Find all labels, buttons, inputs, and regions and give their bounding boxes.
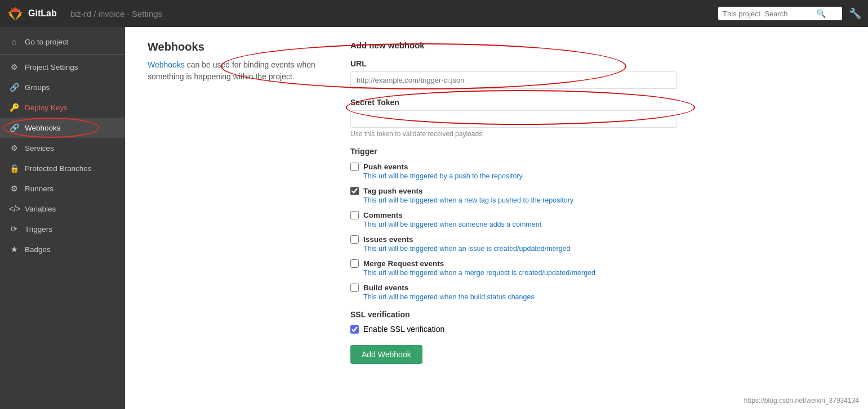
badges-icon: ★ xyxy=(9,245,19,254)
ssl-checkbox[interactable] xyxy=(350,325,359,334)
key-icon: 🔑 xyxy=(9,103,19,112)
variables-icon: </> xyxy=(9,204,19,213)
sidebar-item-badges[interactable]: ★ Badges xyxy=(0,239,125,259)
triggers-icon: ⟳ xyxy=(9,224,19,233)
main-content: Webhooks Webhooks can be used for bindin… xyxy=(125,27,868,409)
sidebar: ⌂ Go to project ⚙ Project Settings 🔗 Gro… xyxy=(0,27,125,409)
search-input[interactable] xyxy=(723,10,813,18)
push-events-desc: This url will be triggered by a push to … xyxy=(363,172,845,180)
trigger-build-events: Build events This url will be triggered … xyxy=(350,284,845,301)
lock-icon: 🔒 xyxy=(9,164,19,173)
add-webhook-title: Add new webhook xyxy=(350,41,845,50)
tag-push-events-checkbox[interactable] xyxy=(350,187,359,195)
sidebar-item-runners[interactable]: ⚙ Runners xyxy=(0,178,125,199)
sidebar-item-project-settings[interactable]: ⚙ Project Settings xyxy=(0,57,125,77)
runner-icon: ⚙ xyxy=(9,184,19,193)
page-title: Webhooks xyxy=(148,41,317,53)
comments-label[interactable]: Comments xyxy=(350,211,845,219)
brand-logo[interactable]: GitLab xyxy=(7,5,57,22)
ssl-checkbox-label: Enable SSL verification xyxy=(363,325,444,334)
sidebar-item-services[interactable]: ⚙ Services xyxy=(0,138,125,158)
description-section: Webhooks Webhooks can be used for bindin… xyxy=(148,41,317,364)
footer-watermark: https://blog.csdn.net/weixin_37934134 xyxy=(744,397,859,404)
trigger-section: Trigger Push events This url will be tri… xyxy=(350,147,845,301)
settings-icon: ⚙ xyxy=(9,62,19,71)
token-help-text: Use this token to validate received payl… xyxy=(350,130,845,138)
sidebar-divider xyxy=(0,54,125,55)
issues-events-label[interactable]: Issues events xyxy=(350,235,845,244)
add-webhook-button[interactable]: Add Webhook xyxy=(350,345,422,364)
search-box[interactable]: 🔍 xyxy=(718,7,842,20)
push-events-label[interactable]: Push events xyxy=(350,163,845,171)
tag-push-events-desc: This url will be triggered when a new ta… xyxy=(363,196,845,204)
issues-events-desc: This url will be triggered when an issue… xyxy=(363,245,845,253)
sidebar-item-webhooks[interactable]: 🔗 Webhooks xyxy=(0,118,125,138)
merge-request-events-desc: This url will be triggered when a merge … xyxy=(363,269,845,277)
search-icon: 🔍 xyxy=(816,9,826,18)
top-nav: GitLab biz-rd / invoice · Settings 🔍 🔧 xyxy=(0,0,868,27)
issues-events-checkbox[interactable] xyxy=(350,235,359,244)
sidebar-item-protected-branches[interactable]: 🔒 Protected Branches xyxy=(0,158,125,178)
tag-push-events-label[interactable]: Tag push events xyxy=(350,187,845,195)
description-text: Webhooks can be used for binding events … xyxy=(148,59,317,83)
sidebar-item-groups[interactable]: 🔗 Groups xyxy=(0,77,125,97)
wrench-icon[interactable]: 🔧 xyxy=(849,7,861,20)
comments-desc: This url will be triggered when someone … xyxy=(363,221,845,228)
trigger-tag-push-events: Tag push events This url will be trigger… xyxy=(350,187,845,204)
webhook-icon: 🔗 xyxy=(9,123,19,132)
build-events-checkbox[interactable] xyxy=(350,284,359,292)
home-icon: ⌂ xyxy=(9,37,19,46)
services-icon: ⚙ xyxy=(9,143,19,152)
url-label: URL xyxy=(350,59,845,68)
webhooks-link[interactable]: Webhooks xyxy=(148,60,185,69)
trigger-comments: Comments This url will be triggered when… xyxy=(350,211,845,228)
url-input[interactable] xyxy=(350,71,677,89)
groups-icon: 🔗 xyxy=(9,83,19,92)
token-form-group: Secret Token Use this token to validate … xyxy=(350,98,845,138)
trigger-title: Trigger xyxy=(350,147,845,156)
build-events-label[interactable]: Build events xyxy=(350,284,845,292)
sidebar-item-deploy-keys[interactable]: 🔑 Deploy Keys xyxy=(0,97,125,118)
trigger-issues-events: Issues events This url will be triggered… xyxy=(350,235,845,253)
url-form-group: URL xyxy=(350,59,845,89)
ssl-title: SSL verification xyxy=(350,310,845,319)
merge-request-events-label[interactable]: Merge Request events xyxy=(350,259,845,268)
trigger-merge-request-events: Merge Request events This url will be tr… xyxy=(350,259,845,277)
token-input[interactable] xyxy=(350,110,677,128)
sidebar-item-triggers[interactable]: ⟳ Triggers xyxy=(0,219,125,239)
sidebar-item-variables[interactable]: </> Variables xyxy=(0,199,125,219)
push-events-checkbox[interactable] xyxy=(350,163,359,171)
ssl-section: SSL verification Enable SSL verification xyxy=(350,310,845,334)
breadcrumb: biz-rd / invoice · Settings xyxy=(68,9,718,19)
gitlab-icon xyxy=(7,5,24,22)
webhook-form: Add new webhook URL Secret Token xyxy=(350,41,845,364)
sidebar-go-to-project[interactable]: ⌂ Go to project xyxy=(0,32,125,52)
token-label: Secret Token xyxy=(350,98,845,107)
trigger-push-events: Push events This url will be triggered b… xyxy=(350,163,845,180)
build-events-desc: This url will be triggered when the buil… xyxy=(363,293,845,301)
ssl-checkbox-row: Enable SSL verification xyxy=(350,325,845,334)
comments-checkbox[interactable] xyxy=(350,211,359,219)
merge-request-events-checkbox[interactable] xyxy=(350,259,359,268)
